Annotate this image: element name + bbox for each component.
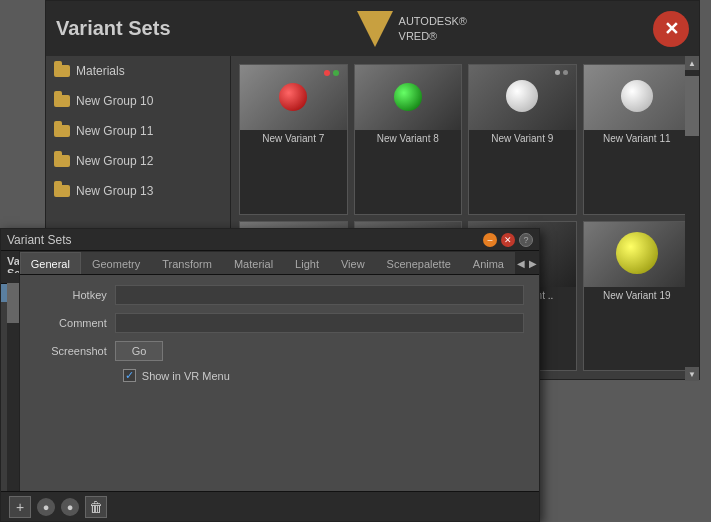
sidebar-scroll-thumb[interactable] [7, 283, 19, 323]
label-variant9: New Variant 9 [469, 130, 576, 147]
label-variant11: New Variant 11 [584, 130, 691, 147]
grid-item-variant19[interactable]: New Variant 19 [583, 221, 692, 372]
sidebar-scrollbar[interactable] [7, 273, 19, 491]
show-vr-label: Show in VR Menu [142, 370, 230, 382]
label-variant7: New Variant 7 [240, 130, 347, 147]
dot-9b [563, 70, 568, 75]
screenshot-go-button[interactable]: Go [115, 341, 164, 361]
dots-decor-9 [555, 70, 568, 75]
front-sidebar: Variant Sets ▼ Materials Name New Group … [1, 251, 20, 491]
dot-9 [555, 70, 560, 75]
sphere-white-11 [621, 80, 653, 112]
hotkey-row: Hotkey [35, 285, 524, 305]
tab-scenepalette[interactable]: Scenepalette [376, 252, 462, 274]
back-window-title: Variant Sets [56, 17, 171, 40]
scroll-down-arrow[interactable]: ▼ [685, 367, 699, 381]
screenshot-row: Screenshot Go [35, 341, 524, 361]
add-button[interactable]: + [9, 496, 31, 518]
front-window: Variant Sets – ✕ ? Variant Sets ▼ Materi… [0, 228, 540, 522]
folder-icon [54, 155, 70, 167]
folder-icon [54, 185, 70, 197]
sidebar-item-group11[interactable]: New Group 11 [46, 116, 230, 146]
hotkey-input[interactable] [115, 285, 524, 305]
circle-btn-2[interactable]: ● [61, 498, 79, 516]
thumb-variant7 [240, 65, 347, 130]
comment-row: Comment [35, 313, 524, 333]
grid-item-variant7[interactable]: New Variant 7 [239, 64, 348, 215]
close-button-front[interactable]: ✕ [501, 233, 515, 247]
show-vr-row: ✓ Show in VR Menu [35, 369, 524, 382]
comment-label: Comment [35, 317, 115, 329]
show-vr-checkbox[interactable]: ✓ [123, 369, 136, 382]
tab-view[interactable]: View [330, 252, 376, 274]
thumb-variant19 [584, 222, 691, 287]
tab-geometry[interactable]: Geometry [81, 252, 151, 274]
tab-bar: General Geometry Transform Material Ligh… [20, 251, 539, 275]
front-main: General Geometry Transform Material Ligh… [20, 251, 539, 491]
back-scrollbar[interactable]: ▲ ▼ [685, 56, 699, 381]
folder-icon [54, 95, 70, 107]
front-title-buttons: – ✕ ? [483, 233, 533, 247]
sidebar-item-group10[interactable]: New Group 10 [46, 86, 230, 116]
form-area: Hotkey Comment Screenshot Go ✓ Show in V… [20, 275, 539, 491]
sidebar-item-materials[interactable]: Materials [46, 56, 230, 86]
grid-item-variant8[interactable]: New Variant 8 [354, 64, 463, 215]
sphere-green-8 [394, 83, 422, 111]
tab-transform[interactable]: Transform [151, 252, 223, 274]
tab-general[interactable]: General [20, 252, 81, 274]
tab-anima[interactable]: Anima [462, 252, 515, 274]
tab-material[interactable]: Material [223, 252, 284, 274]
autodesk-v-icon [357, 11, 393, 47]
folder-icon [54, 125, 70, 137]
sphere-red-7 [279, 83, 307, 111]
dot-green [333, 70, 339, 76]
delete-button[interactable]: 🗑 [85, 496, 107, 518]
front-layout: Variant Sets ▼ Materials Name New Group … [1, 251, 539, 491]
front-window-title: Variant Sets [7, 233, 71, 247]
autodesk-text: AUTODESK®VRED® [399, 14, 467, 43]
dots-decor [324, 70, 339, 76]
thumb-variant11 [584, 65, 691, 130]
sphere-white-9 [506, 80, 538, 112]
close-button-back[interactable]: ✕ [653, 11, 689, 47]
hotkey-label: Hotkey [35, 289, 115, 301]
minimize-button[interactable]: – [483, 233, 497, 247]
folder-icon [54, 65, 70, 77]
tab-scroll-left[interactable]: ◀ [515, 252, 527, 274]
back-titlebar: Variant Sets AUTODESK®VRED® ✕ [46, 1, 699, 56]
front-toolbar: + ● ● 🗑 [1, 491, 539, 521]
grid-item-variant11[interactable]: New Variant 11 [583, 64, 692, 215]
sidebar-item-group12[interactable]: New Group 12 [46, 146, 230, 176]
circle-btn-1[interactable]: ● [37, 498, 55, 516]
sphere-yellow-19 [616, 232, 658, 274]
autodesk-logo: AUTODESK®VRED® [357, 11, 467, 47]
thumb-variant9 [469, 65, 576, 130]
label-variant19: New Variant 19 [584, 287, 691, 304]
thumb-variant8 [355, 65, 462, 130]
label-variant8: New Variant 8 [355, 130, 462, 147]
scroll-up-arrow[interactable]: ▲ [685, 56, 699, 70]
scroll-thumb[interactable] [685, 76, 699, 136]
dot-red [324, 70, 330, 76]
sidebar-item-group13[interactable]: New Group 13 [46, 176, 230, 206]
screenshot-label: Screenshot [35, 345, 115, 357]
tab-scroll-right[interactable]: ▶ [527, 252, 539, 274]
help-button[interactable]: ? [519, 233, 533, 247]
tab-light[interactable]: Light [284, 252, 330, 274]
grid-item-variant9[interactable]: New Variant 9 [468, 64, 577, 215]
front-titlebar: Variant Sets – ✕ ? [1, 229, 539, 251]
comment-input[interactable] [115, 313, 524, 333]
